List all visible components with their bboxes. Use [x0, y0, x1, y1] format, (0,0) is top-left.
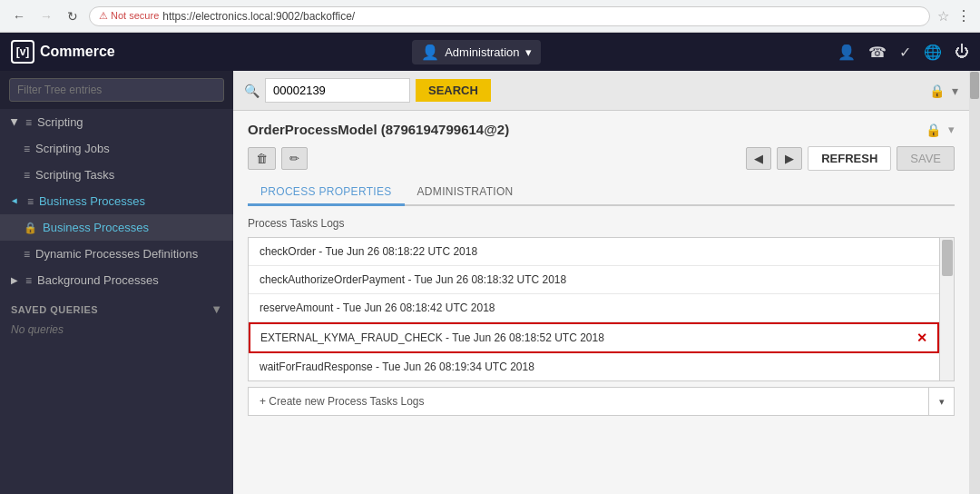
sidebar-item-dynamic-processes-label: Dynamic Processes Definitions — [35, 247, 198, 261]
funnel-icon[interactable]: ▼ — [211, 302, 222, 316]
sidebar-item-bp-parent-label: Business Processes — [39, 194, 145, 208]
sidebar-item-bp-label: Business Processes — [43, 221, 149, 234]
create-new-row: + Create new Process Tasks Logs ▾ — [248, 387, 955, 416]
sidebar-item-scripting-jobs-label: Scripting Jobs — [35, 142, 110, 155]
edit-button[interactable]: ✏ — [281, 147, 308, 170]
next-button[interactable]: ▶ — [777, 147, 802, 170]
browser-chrome: ← → ↻ ⚠ Not secure https://electronics.l… — [0, 0, 980, 33]
sidebar-item-scripting-jobs[interactable]: ≡ Scripting Jobs — [0, 135, 233, 162]
admin-label: Administration — [445, 45, 519, 59]
sidebar-item-background-processes[interactable]: ▶ ≡ Background Processes — [0, 267, 233, 293]
app-logo: [v] Commerce — [11, 40, 115, 64]
bp-parent-icon: ≡ — [27, 195, 34, 208]
header-icons: 👤 ☎ ✓ 🌐 ⏻ — [838, 44, 969, 61]
task-item-3[interactable]: EXTERNAL_KYMA_FRAUD_CHECK - Tue Jun 26 0… — [249, 322, 939, 353]
url-text: https://electronics.local:9002/backoffic… — [162, 10, 355, 23]
logo-icon: [v] — [11, 40, 34, 64]
task-item-1[interactable]: checkAuthorizeOrderPayment - Tue Jun 26 … — [249, 266, 939, 294]
sidebar-item-business-processes[interactable]: 🔒 Business Processes — [0, 214, 233, 241]
bp-lock-icon: 🔒 — [24, 222, 37, 234]
scripting-tasks-icon: ≡ — [24, 169, 30, 182]
task-item-0-text: checkOrder - Tue Jun 26 08:18:22 UTC 201… — [260, 245, 477, 258]
content-scrollbar-thumb — [970, 72, 979, 99]
menu-dots-icon[interactable]: ⋮ — [956, 7, 971, 25]
header-center: 👤 Administration ▾ — [126, 40, 827, 64]
toolbar: 🗑 ✏ ◀ ▶ REFRESH SAVE — [248, 146, 955, 171]
sidebar-item-scripting-tasks[interactable]: ≡ Scripting Tasks — [0, 162, 233, 188]
detail-header: OrderProcessModel (8796194799614@2) 🔒 ▾ — [248, 122, 955, 137]
scrollbar-thumb — [942, 240, 953, 276]
search-icon: 🔍 — [244, 84, 260, 98]
globe-icon[interactable]: 🌐 — [924, 44, 942, 61]
dynamic-processes-icon: ≡ — [24, 248, 30, 261]
user-icon[interactable]: 👤 — [838, 44, 856, 61]
task-item-3-text: EXTERNAL_KYMA_FRAUD_CHECK - Tue Jun 26 0… — [260, 331, 604, 344]
save-button[interactable]: SAVE — [897, 146, 955, 171]
expand-icon[interactable]: ▾ — [952, 84, 958, 98]
content-scrollbar[interactable] — [969, 71, 980, 494]
main-body: ▶ ≡ Scripting ≡ Scripting Jobs ≡ Scripti… — [0, 71, 980, 494]
address-bar[interactable]: ⚠ Not secure https://electronics.local:9… — [89, 6, 930, 26]
admin-avatar-icon: 👤 — [421, 44, 439, 61]
bookmark-icon[interactable]: ☆ — [937, 8, 949, 25]
back-button[interactable]: ← — [9, 7, 29, 25]
create-new-dropdown[interactable]: ▾ — [928, 388, 954, 415]
process-tasks-label: Process Tasks Logs — [248, 217, 955, 230]
search-button[interactable]: SEARCH — [416, 79, 491, 102]
detail-lock-icon: 🔒 — [926, 123, 941, 137]
refresh-button[interactable]: REFRESH — [808, 146, 891, 171]
task-item-4[interactable]: waitForFraudResponse - Tue Jun 26 08:19:… — [249, 353, 939, 380]
forward-button[interactable]: → — [36, 7, 56, 25]
lock-icon: 🔒 — [929, 84, 945, 98]
detail-title: OrderProcessModel (8796194799614@2) — [248, 122, 509, 137]
tasks-container: checkOrder - Tue Jun 26 08:18:22 UTC 201… — [248, 237, 955, 381]
no-queries-label: No queries — [0, 320, 233, 343]
sidebar-item-dynamic-processes[interactable]: ≡ Dynamic Processes Definitions — [0, 241, 233, 267]
search-right-icons: 🔒 ▾ — [929, 84, 958, 98]
phone-icon[interactable]: ☎ — [868, 44, 887, 61]
search-bar: 🔍 SEARCH 🔒 ▾ — [233, 71, 969, 111]
delete-button[interactable]: 🗑 — [248, 147, 276, 170]
sidebar-filter-area — [0, 71, 233, 109]
scripting-icon: ≡ — [25, 116, 32, 129]
task-item-0[interactable]: checkOrder - Tue Jun 26 08:18:22 UTC 201… — [249, 238, 939, 266]
prev-button[interactable]: ◀ — [746, 147, 771, 170]
expand-bp-icon: ▼ — [10, 197, 20, 206]
saved-queries-section: SAVED QUERIES ▼ — [0, 293, 233, 320]
check-icon[interactable]: ✓ — [899, 44, 911, 61]
admin-dropdown[interactable]: 👤 Administration ▾ — [412, 40, 540, 64]
sidebar-item-scripting-label: Scripting — [37, 115, 83, 129]
tabs-row: PROCESS PROPERTIES ADMINISTRATION — [248, 180, 955, 206]
detail-chevron-icon[interactable]: ▾ — [948, 123, 955, 136]
expand-scripting-icon: ▶ — [10, 119, 20, 126]
task-delete-button[interactable]: ✕ — [916, 331, 927, 345]
sidebar-item-scripting-tasks-label: Scripting Tasks — [35, 168, 114, 182]
bg-processes-icon: ≡ — [25, 274, 32, 287]
tasks-scrollbar[interactable] — [939, 238, 954, 380]
app-header: [v] Commerce 👤 Administration ▾ 👤 ☎ ✓ 🌐 … — [0, 33, 980, 71]
sidebar-item-business-processes-parent[interactable]: ▼ ≡ Business Processes — [0, 188, 233, 214]
search-input[interactable] — [265, 78, 410, 103]
task-item-1-text: checkAuthorizeOrderPayment - Tue Jun 26 … — [260, 273, 566, 286]
task-item-2[interactable]: reserveAmount - Tue Jun 26 08:18:42 UTC … — [249, 294, 939, 322]
create-new-button[interactable]: + Create new Process Tasks Logs — [249, 388, 928, 415]
sidebar-item-scripting[interactable]: ▶ ≡ Scripting — [0, 109, 233, 135]
task-item-4-text: waitForFraudResponse - Tue Jun 26 08:19:… — [260, 361, 534, 373]
app-container: [v] Commerce 👤 Administration ▾ 👤 ☎ ✓ 🌐 … — [0, 33, 980, 494]
sidebar: ▶ ≡ Scripting ≡ Scripting Jobs ≡ Scripti… — [0, 71, 233, 494]
content-area: 🔍 SEARCH 🔒 ▾ OrderProcessModel (87961947… — [233, 71, 969, 494]
security-warning: ⚠ Not secure — [99, 10, 159, 22]
tab-process-properties[interactable]: PROCESS PROPERTIES — [248, 180, 405, 206]
app-name: Commerce — [40, 44, 115, 60]
task-item-2-text: reserveAmount - Tue Jun 26 08:18:42 UTC … — [260, 301, 495, 314]
expand-bg-icon: ▶ — [11, 275, 18, 285]
detail-panel: OrderProcessModel (8796194799614@2) 🔒 ▾ … — [233, 111, 969, 494]
tab-administration[interactable]: ADMINISTRATION — [405, 180, 526, 206]
saved-queries-title: SAVED QUERIES — [11, 304, 98, 315]
reload-button[interactable]: ↻ — [64, 7, 82, 25]
power-icon[interactable]: ⏻ — [955, 44, 969, 60]
sidebar-filter-input[interactable] — [9, 78, 224, 102]
sidebar-item-bg-processes-label: Background Processes — [37, 273, 159, 287]
admin-chevron-icon: ▾ — [525, 45, 532, 59]
sidebar-scroll: ▶ ≡ Scripting ≡ Scripting Jobs ≡ Scripti… — [0, 109, 233, 494]
